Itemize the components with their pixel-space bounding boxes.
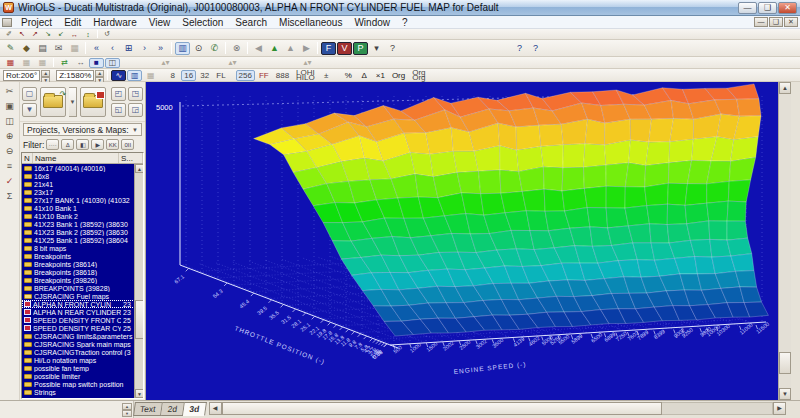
percent-display-button[interactable]: %: [341, 70, 356, 81]
scale-icon[interactable]: ↔: [73, 58, 88, 68]
original-compare-button[interactable]: OrgOrg: [409, 70, 428, 81]
sidebar-bottom-spinner[interactable]: ▲▼: [122, 403, 132, 417]
triple-display-button[interactable]: 888: [273, 70, 292, 81]
list-item[interactable]: Hi/Lo notation maps: [22, 356, 143, 364]
menu-search[interactable]: Search: [229, 17, 273, 28]
pan-up-left-icon[interactable]: ↖: [16, 30, 28, 39]
child-restore-button[interactable]: ❑: [769, 17, 783, 27]
list-item[interactable]: 27x17 BANK 1 (41030) (41032: [22, 196, 143, 204]
rotation-field[interactable]: Rot:206°: [3, 70, 40, 81]
grid-export-icon[interactable]: ▦: [67, 42, 82, 55]
new-project-icon[interactable]: ✎: [3, 42, 18, 55]
list-item[interactable]: SPEED DENSITY FRONT CY25: [22, 316, 143, 324]
checkin-version-icon[interactable]: ▲: [267, 42, 282, 55]
spin-disabled-a[interactable]: ▴▾: [158, 58, 173, 68]
hilo-byteorder-button[interactable]: LOHIHILO: [293, 70, 318, 81]
hscroll-track[interactable]: [662, 402, 773, 415]
filter-delta-button[interactable]: Δ: [61, 139, 74, 150]
child-minimize-button[interactable]: —: [754, 17, 768, 27]
delta-display-button[interactable]: Δ: [357, 70, 372, 81]
map-panel-toggle-icon[interactable]: ▥: [175, 42, 190, 55]
map-color-button[interactable]: ■: [89, 58, 104, 68]
hscroll-left-icon[interactable]: ◀: [209, 402, 222, 415]
pan-vertical-icon[interactable]: ↕: [82, 30, 94, 39]
original-display-button[interactable]: Org: [389, 70, 408, 81]
factor-display-button[interactable]: ×1: [373, 70, 388, 81]
list-item[interactable]: 8 bit maps: [22, 244, 143, 252]
list-scrollbar-thumb[interactable]: [135, 300, 144, 340]
view-3d-button[interactable]: ∿: [111, 70, 126, 81]
versions-button[interactable]: V: [337, 42, 352, 55]
remove-version-icon[interactable]: ⊖: [2, 144, 18, 158]
menu-project[interactable]: Project: [15, 17, 58, 28]
help-icon[interactable]: ?: [385, 42, 400, 55]
about-icon[interactable]: ?: [512, 42, 527, 55]
menu-[interactable]: ?: [396, 17, 414, 28]
zoom-field[interactable]: Z:1580%: [56, 70, 94, 81]
child-close-button[interactable]: ✕: [784, 17, 798, 27]
slider-icon[interactable]: ◫: [105, 58, 120, 68]
version-list-icon[interactable]: ≡: [2, 159, 18, 173]
menu-miscellaneous[interactable]: Miscellaneous: [273, 17, 348, 28]
list-item[interactable]: 41X10 Bank 2: [22, 212, 143, 220]
list-item[interactable]: 21x41: [22, 180, 143, 188]
list-item[interactable]: Possible map switch position: [22, 380, 143, 388]
bits-8-button[interactable]: 8: [165, 70, 180, 81]
arrange-a-button[interactable]: ◰: [111, 87, 126, 101]
fvp-dropdown-icon[interactable]: ▾: [369, 42, 384, 55]
checksum-ok-icon[interactable]: ✓: [2, 174, 18, 188]
menu-selection[interactable]: Selection: [176, 17, 229, 28]
view-table-button[interactable]: ▦: [143, 70, 158, 81]
send-email-icon[interactable]: ✉: [51, 42, 66, 55]
preview-zoom-icon[interactable]: ⊙: [191, 42, 206, 55]
list-item[interactable]: 16x8: [22, 172, 143, 180]
chart-scroll-down-icon[interactable]: ▼: [779, 388, 791, 400]
families-button[interactable]: F: [321, 42, 336, 55]
tab-3d[interactable]: 3d: [183, 402, 207, 416]
save-button[interactable]: ▼: [22, 103, 37, 117]
list-item[interactable]: SPEED DENSITY REAR CYL25: [22, 324, 143, 332]
hex-display-button[interactable]: FF: [256, 70, 272, 81]
swap-axes-icon[interactable]: ⇄: [57, 58, 72, 68]
list-item[interactable]: BREAKPOINTS (39828): [22, 284, 143, 292]
list-item[interactable]: ALPHA N FRONT CYLIN23: [22, 300, 143, 308]
checkout-version-icon[interactable]: ▲: [283, 42, 298, 55]
hscroll-right-icon[interactable]: ▶: [773, 402, 786, 415]
open-map-button[interactable]: [80, 87, 106, 117]
new-document-button[interactable]: ▢: [22, 87, 37, 101]
spin-disabled-c[interactable]: ▴▾: [300, 58, 315, 68]
last-map-icon[interactable]: »: [153, 42, 168, 55]
list-item[interactable]: 41x10 Bank 1: [22, 204, 143, 212]
list-item[interactable]: Breakpoints (39826): [22, 276, 143, 284]
pan-up-right-icon[interactable]: ↗: [29, 30, 41, 39]
chart-horizontal-scrollbar[interactable]: ◀ ▶: [209, 402, 786, 415]
filter-0ii-button[interactable]: 0II: [121, 139, 134, 150]
filter-play-button[interactable]: ▶: [91, 139, 104, 150]
list-item[interactable]: 41X25 Bank 1 (38592) (38604: [22, 236, 143, 244]
auto-assign-icon[interactable]: ⊗: [229, 42, 244, 55]
tab-text[interactable]: Text: [133, 402, 163, 416]
zoom-spinner[interactable]: ▲▼: [95, 70, 104, 81]
context-help-icon[interactable]: ?: [528, 42, 543, 55]
list-item[interactable]: 41X23 Bank 2 (38592) (38630: [22, 228, 143, 236]
chart-scrollbar-thumb[interactable]: [779, 352, 791, 374]
bits-float-button[interactable]: FL: [213, 70, 228, 81]
filter-selected-button[interactable]: ◧: [76, 139, 89, 150]
reset-view-icon[interactable]: ↺: [101, 30, 113, 39]
prev-version-icon[interactable]: ◀: [251, 42, 266, 55]
scroll-up-icon[interactable]: ▲: [135, 164, 144, 173]
first-map-icon[interactable]: «: [89, 42, 104, 55]
pan-down-right-icon[interactable]: ↘: [42, 30, 54, 39]
map-list-icon[interactable]: ⊞: [121, 42, 136, 55]
next-map-icon[interactable]: ›: [137, 42, 152, 55]
print-icon[interactable]: ▤: [35, 42, 50, 55]
menu-hardware[interactable]: Hardware: [87, 17, 142, 28]
list-item[interactable]: Breakpoints (38614): [22, 260, 143, 268]
column-name[interactable]: Name: [33, 153, 119, 163]
map-properties-icon[interactable]: ▦: [3, 58, 18, 68]
tab-2d[interactable]: 2d: [161, 402, 185, 416]
cut-icon[interactable]: ✂: [2, 84, 18, 98]
column-id[interactable]: N: [22, 153, 33, 163]
map-copy-icon[interactable]: ▦: [35, 58, 50, 68]
chart-vertical-scrollbar[interactable]: ▲ ▼: [778, 82, 791, 400]
